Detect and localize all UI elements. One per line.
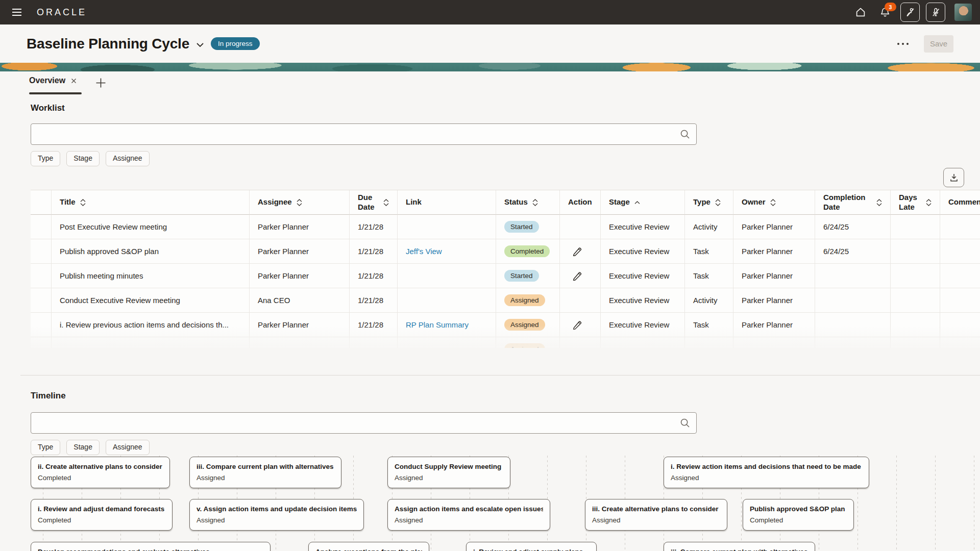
timeline-card[interactable]: v. Assign action items and update decisi… [189, 499, 364, 531]
column-header-due-date[interactable]: Due Date [349, 190, 397, 215]
timeline-card[interactable]: i. Review action items and decisions tha… [664, 457, 869, 488]
sort-icon[interactable] [926, 199, 932, 206]
timeline-card[interactable]: Conduct Supply Review meetingAssigned [387, 457, 510, 488]
filter-chip-type[interactable]: Type [31, 151, 60, 166]
column-header-select[interactable] [31, 190, 51, 215]
column-header-label: Owner [742, 197, 766, 207]
filter-chip-stage[interactable]: Stage [66, 440, 100, 455]
search-icon [680, 129, 690, 139]
plus-icon [95, 78, 106, 88]
sort-icon[interactable] [770, 199, 776, 206]
filter-chip-assignee[interactable]: Assignee [106, 151, 150, 166]
worklist-search-input[interactable] [31, 123, 697, 145]
row-link[interactable]: RP Plan Summary [406, 320, 469, 329]
timeline-card-status: Assigned [592, 516, 720, 525]
title-dropdown-button[interactable] [196, 42, 204, 47]
save-button[interactable]: Save [924, 35, 953, 53]
timeline-card[interactable]: Develop recommendations and evaluate alt… [31, 542, 271, 551]
cell-days_late [890, 239, 940, 264]
cell-gutter [31, 215, 51, 239]
timeline-card[interactable]: iii. Create alternative plans to conside… [585, 499, 727, 531]
status-pill: Assigned [504, 319, 545, 331]
cell-link: RP Plan Summary [397, 313, 496, 337]
sort-icon[interactable] [715, 199, 721, 206]
column-header-completion-date[interactable]: Completion Date [815, 190, 890, 215]
cell-owner: Parker Planner [733, 264, 815, 288]
cell-type [684, 337, 733, 348]
cell-assignee: Parker Planner [249, 264, 349, 288]
column-header-assignee[interactable]: Assignee [249, 190, 349, 215]
search-icon [680, 418, 690, 428]
status-pill: Started [504, 221, 539, 233]
add-tab-button[interactable] [93, 75, 108, 90]
cell-assignee: Ana CEO [249, 288, 349, 313]
status-badge: In progress [211, 37, 260, 51]
cell-title [51, 337, 249, 348]
cell-action [559, 239, 600, 264]
assistant-button[interactable] [900, 3, 920, 22]
sort-icon[interactable] [634, 201, 640, 204]
worklist-searchbox [31, 123, 697, 145]
cell-gutter [31, 288, 51, 313]
timeline-card-title: Assign action items and escalate open is… [395, 504, 543, 514]
timeline-card-status: Assigned [671, 473, 862, 483]
cell-text: Executive Review [609, 296, 669, 305]
home-button[interactable] [851, 3, 870, 21]
cell-text: Executive Review [609, 222, 669, 231]
filter-chip-type[interactable]: Type [31, 440, 60, 455]
column-header-stage[interactable]: Stage [600, 190, 684, 215]
cell-text: Executive Review [609, 247, 669, 256]
column-header-type[interactable]: Type [684, 190, 733, 215]
voice-mute-button[interactable] [926, 3, 945, 22]
page-header: Baseline Planning Cycle In progress Save [0, 24, 980, 63]
row-link[interactable]: Jeff's View [406, 247, 442, 256]
download-icon [949, 172, 959, 183]
cell-title: i. Review previous action items and deci… [51, 313, 249, 337]
column-header-action[interactable]: Action [559, 190, 600, 215]
cell-status: Assigned [496, 288, 559, 313]
edit-action-button[interactable] [569, 268, 584, 284]
cell-text: Parker Planner [258, 222, 309, 231]
column-header-owner[interactable]: Owner [733, 190, 815, 215]
timeline-card[interactable]: Analyze exceptions from the plan [308, 542, 429, 551]
sort-icon[interactable] [876, 199, 882, 206]
column-header-comments[interactable]: Comments [940, 190, 980, 215]
sort-icon[interactable] [383, 199, 389, 206]
timeline-card[interactable]: iii. Compare current plan with alternati… [189, 457, 341, 488]
cell-completion_date [815, 337, 890, 348]
overflow-menu-button[interactable] [897, 39, 909, 49]
tab-overview[interactable]: Overview [29, 76, 77, 85]
timeline-card[interactable]: ii. Create alternative plans to consider… [31, 457, 170, 488]
status-pill: Assigned [504, 294, 545, 307]
sort-icon[interactable] [297, 199, 302, 206]
status-pill: Started [504, 270, 539, 282]
timeline-card[interactable]: i. Review and adjust supply plans [466, 542, 597, 551]
export-button[interactable] [943, 168, 964, 187]
cell-action [559, 313, 600, 337]
edit-action-button[interactable] [569, 317, 584, 333]
cell-action [559, 215, 600, 239]
column-header-label: Completion Date [823, 193, 872, 212]
edit-action-button[interactable] [569, 244, 584, 259]
timeline-card[interactable]: Publish approved S&OP planCompleted [743, 499, 854, 531]
timeline-card[interactable]: iii. Compare current plan with alternati… [664, 542, 815, 551]
user-avatar[interactable] [954, 4, 972, 21]
filter-chip-stage[interactable]: Stage [66, 151, 100, 166]
filter-chip-assignee[interactable]: Assignee [106, 440, 150, 455]
pencil-icon [572, 271, 582, 281]
column-header-link[interactable]: Link [397, 190, 496, 215]
notifications-button[interactable]: 3 [876, 3, 894, 21]
column-header-status[interactable]: Status [496, 190, 559, 215]
sort-icon[interactable] [80, 199, 86, 206]
column-header-days-late[interactable]: Days Late [890, 190, 940, 215]
timeline-card[interactable]: i. Review and adjust demand forecastsCom… [31, 499, 173, 531]
hamburger-menu-button[interactable] [8, 4, 26, 21]
timeline-card-status: Completed [750, 516, 847, 525]
timeline-card-status: Assigned [395, 473, 503, 483]
timeline-card[interactable]: Assign action items and escalate open is… [387, 499, 550, 531]
timeline-search-input[interactable] [31, 412, 697, 434]
timeline-card-title: iii. Create alternative plans to conside… [592, 504, 720, 514]
tab-close-button[interactable] [71, 78, 77, 84]
column-header-title[interactable]: Title [51, 190, 249, 215]
sort-icon[interactable] [532, 199, 538, 206]
